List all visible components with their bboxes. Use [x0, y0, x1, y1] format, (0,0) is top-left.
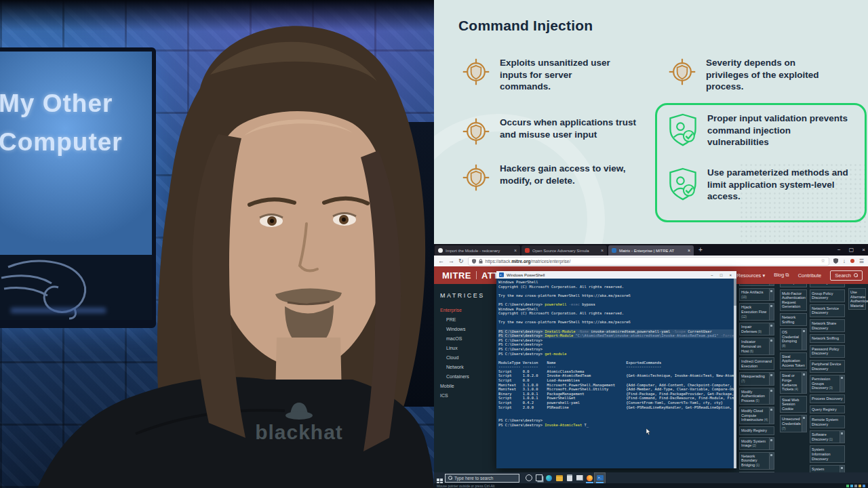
tab-close-icon[interactable]: × [688, 248, 690, 253]
subtechniques-expand[interactable] [769, 338, 774, 354]
sidebar-item-enterprise[interactable]: Enterprise [434, 305, 496, 314]
subtechniques-expand[interactable] [769, 323, 774, 335]
technique-cell[interactable]: Hide Artifacts (10) [739, 288, 774, 301]
taskbar-firefox-icon[interactable] [585, 473, 595, 483]
subtechniques-expand[interactable] [840, 431, 844, 443]
taskbar-store-icon[interactable] [564, 473, 574, 483]
nav-item-contribute[interactable]: Contribute [798, 272, 822, 279]
terminal-body[interactable]: Windows PowerShellCopyright (C) Microsof… [496, 279, 736, 468]
nav-item-blog[interactable]: Blog ⧉ [774, 272, 789, 279]
forward-button[interactable]: → [448, 258, 454, 264]
taskbar-task-view-icon[interactable] [534, 473, 544, 483]
ps-maximize-button[interactable]: □ [720, 273, 723, 277]
taskbar-cortana-icon[interactable] [524, 473, 534, 483]
close-button[interactable]: × [862, 247, 865, 253]
technique-cell[interactable]: Modify Authentication Process (5) [739, 388, 774, 405]
extension-icon[interactable] [850, 259, 854, 263]
technique-cell[interactable]: System Location Discovery (1) [810, 465, 845, 472]
technique-cell[interactable]: Modify System Image (2) [739, 437, 774, 450]
sidebar-item-network[interactable]: Network [434, 362, 496, 371]
subtechniques-expand[interactable] [802, 415, 806, 432]
technique-cell[interactable]: OS Credential Dumping (8) [780, 328, 807, 350]
technique-cell[interactable]: Permission Groups Discovery (3) [810, 375, 845, 392]
technique-cell[interactable]: Network Service Discovery [810, 304, 845, 317]
technique-cell[interactable]: Steal or Forge Kerberos Tickets (4) [780, 371, 807, 393]
back-button[interactable]: ← [438, 258, 444, 264]
new-tab-button[interactable]: + [694, 244, 707, 256]
technique-cell[interactable]: Indicator Removal on Host (6) [739, 338, 774, 355]
tab-close-icon[interactable]: × [601, 248, 604, 253]
sidebar-item-windows[interactable]: Windows [434, 324, 496, 333]
sidebar-item-macos[interactable]: macOS [434, 333, 496, 343]
subtechniques-expand[interactable] [840, 375, 844, 392]
taskbar-powershell-icon[interactable]: >_ [595, 473, 605, 483]
ps-close-button[interactable]: × [729, 273, 732, 277]
technique-cell[interactable]: Interception [780, 284, 807, 287]
sidebar-item-linux[interactable]: Linux [434, 343, 496, 352]
sidebar-item-containers[interactable]: Containers [434, 371, 496, 381]
sidebar-item-pre[interactable]: PRE [434, 314, 496, 324]
subtechniques-expand[interactable] [769, 289, 774, 300]
technique-cell[interactable]: System Information Discovery [810, 445, 845, 463]
terminal-scrollbar[interactable] [734, 279, 736, 468]
technique-cell[interactable]: Hijack Execution Flow (12) [739, 303, 774, 321]
powershell-titlebar[interactable]: >_ Windows PowerShell −□× [496, 271, 736, 279]
subtechniques-expand[interactable] [802, 372, 806, 392]
technique-cell[interactable]: Network Boundary Bridging (1) [739, 452, 774, 470]
technique-cell[interactable]: Network Sniffing [810, 334, 845, 343]
taskbar-search[interactable]: Type here to search [445, 474, 519, 483]
sidebar-item-mobile[interactable]: Mobile [434, 381, 496, 390]
minimize-button[interactable]: − [837, 247, 841, 253]
nav-search[interactable]: Search [830, 270, 863, 281]
browser-tab[interactable]: Matrix - Enterprise | MITRE AT× [608, 245, 694, 256]
tab-close-icon[interactable]: × [514, 248, 517, 253]
technique-cell[interactable]: Modify Cloud Compute Infrastructure (4) [739, 407, 774, 424]
technique-cell[interactable]: Peripheral Device Discovery [810, 360, 845, 373]
technique-cell[interactable]: Masquerading (7) [739, 372, 774, 385]
technique-cell[interactable]: Network Share Discovery [810, 319, 845, 332]
bookmark-star-icon[interactable]: ☆ [821, 258, 825, 264]
url-bar[interactable]: https://attack.mitre.org/matrices/enterp… [468, 257, 829, 266]
subtechniques-expand[interactable] [769, 373, 774, 384]
download-icon[interactable]: ↓ [843, 258, 846, 264]
technique-cell[interactable]: Password Policy Discovery [810, 345, 845, 358]
taskbar-mail-icon[interactable] [574, 473, 585, 483]
taskbar-edge-icon[interactable] [544, 473, 554, 483]
technique-cell[interactable]: Remote System Discovery [810, 415, 845, 428]
technique-cell[interactable]: Unsecured Credentials (7) [780, 415, 807, 432]
subtechniques-expand[interactable] [769, 388, 774, 405]
subtechniques-expand[interactable] [769, 407, 774, 424]
browser-tab[interactable]: Open Source Adversary Simula× [521, 245, 607, 256]
start-button[interactable] [434, 472, 445, 485]
subtechniques-expand[interactable] [769, 304, 774, 320]
menu-icon[interactable]: ☰ [859, 258, 864, 264]
subtechniques-expand[interactable] [769, 438, 774, 449]
subtechniques-expand[interactable] [802, 329, 806, 349]
technique-cell[interactable]: Software Discovery (1) [810, 430, 845, 443]
maximize-button[interactable]: ▢ [849, 247, 854, 253]
technique-cell[interactable]: Query Registry [810, 405, 845, 414]
sidebar-item-cloud[interactable]: Cloud [434, 352, 496, 362]
technique-cell[interactable]: Network Sniffing [780, 313, 807, 326]
subtechniques-expand[interactable] [840, 466, 844, 472]
technique-cell[interactable]: Impair Defenses (9) [739, 323, 774, 336]
technique-cell[interactable]: Multi-Factor Authentication Request Gene… [780, 289, 807, 311]
technique-cell[interactable]: Modify Registry [739, 426, 774, 435]
tracking-shield-icon[interactable] [833, 258, 838, 264]
powershell-window[interactable]: >_ Windows PowerShell −□× Windows PowerS… [496, 271, 736, 468]
browser-tab[interactable]: Import the Module - redcanary× [435, 245, 520, 256]
subtechniques-expand[interactable] [769, 284, 774, 285]
technique-cell[interactable]: Steal Application Access Token [780, 352, 807, 370]
technique-cell[interactable]: Use Alternate Authentication Material [848, 288, 866, 310]
technique-cell[interactable]: Discovery [810, 284, 845, 287]
reload-button[interactable]: ↻ [458, 258, 464, 264]
technique-cell[interactable]: Group Policy Discovery [810, 289, 845, 302]
technique-cell[interactable]: Process Discovery [810, 394, 845, 403]
technique-cell[interactable]: Permissions Modification (3) [739, 284, 774, 286]
ps-minimize-button[interactable]: − [711, 273, 713, 277]
taskbar-file-explorer-icon[interactable] [554, 473, 564, 483]
nav-item-resources[interactable]: Resources ▾ [736, 272, 765, 279]
technique-cell[interactable]: Steal Web Session Cookie [780, 396, 807, 413]
technique-cell[interactable]: Indirect Command Execution [739, 357, 774, 370]
subtechniques-expand[interactable] [769, 453, 774, 469]
